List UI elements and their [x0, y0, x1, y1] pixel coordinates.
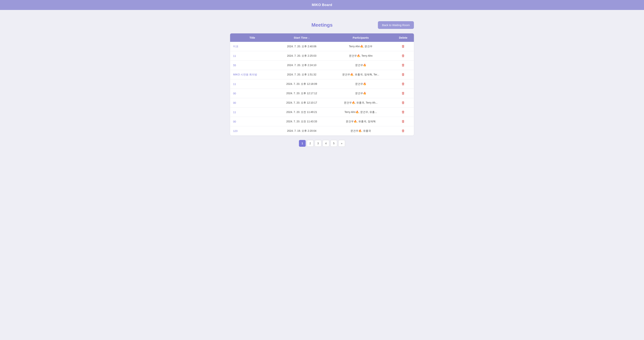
delete-cell: 🗑: [392, 51, 414, 61]
table-row: 002024. 7. 20. 오전 11:43:33문건우🔥, 유홍국, 정재혁…: [230, 117, 414, 126]
top-bar: MIKO Board: [0, 0, 644, 10]
meeting-start-time: 2024. 7. 20. 오후 12:18:09: [274, 79, 329, 89]
meeting-title-cell[interactable]: 11: [230, 51, 274, 61]
meeting-participants: Terry Ahn🔥, 문건우: [329, 42, 392, 51]
meeting-start-time: 2024. 7. 20. 오전 11:49:21: [274, 108, 329, 117]
meeting-start-time: 2024. 7. 20. 오후 2:25:03: [274, 51, 329, 61]
meeting-participants: 문건우🔥: [329, 89, 392, 98]
meeting-start-time: 2024. 7. 20. 오후 12:17:12: [274, 89, 329, 98]
delete-cell: 🗑: [392, 89, 414, 98]
delete-cell: 🗑: [392, 117, 414, 126]
app-title: MIKO Board: [312, 3, 332, 7]
meeting-participants: 문건우🔥: [329, 61, 392, 70]
table-row: 002024. 7. 20. 오후 12:10:17문건우🔥, 유홍국, Ter…: [230, 98, 414, 108]
delete-button[interactable]: 🗑: [402, 45, 405, 48]
back-to-waiting-room-button[interactable]: Back to Waiting Room: [378, 21, 414, 29]
delete-cell: 🗑: [392, 98, 414, 108]
delete-button[interactable]: 🗑: [402, 120, 405, 123]
col-participants: Participants: [329, 34, 392, 42]
delete-cell: 🗑: [392, 70, 414, 79]
meeting-start-time: 2024. 7. 19. 오후 2:20:04: [274, 126, 329, 136]
meeting-title-cell[interactable]: 55: [230, 61, 274, 70]
meeting-title-cell[interactable]: 123: [230, 126, 274, 136]
col-delete: Delete: [392, 34, 414, 42]
table-row: 002024. 7. 20. 오후 12:17:12문건우🔥🗑: [230, 89, 414, 98]
meeting-start-time: 2024. 7. 20. 오후 2:40:06: [274, 42, 329, 51]
meeting-title-cell[interactable]: MIKO 시연용 회의방: [230, 70, 274, 79]
page-title: Meetings: [292, 22, 353, 28]
table-header: Title Start Time ↓ Participants Delete: [230, 34, 414, 42]
meeting-title-cell[interactable]: 11: [230, 79, 274, 89]
meeting-participants: 문건우🔥, 유홍국, Terry Ah...: [329, 98, 392, 108]
meeting-start-time: 2024. 7. 20. 오후 2:24:10: [274, 61, 329, 70]
delete-button[interactable]: 🗑: [402, 129, 405, 133]
delete-button[interactable]: 🗑: [402, 73, 405, 76]
page-content: Meetings Back to Waiting Room Title Star…: [226, 10, 418, 154]
delete-cell: 🗑: [392, 42, 414, 51]
table-row: 112024. 7. 20. 오전 11:49:21Terry Ahn🔥, 문건…: [230, 108, 414, 117]
table-row: 1232024. 7. 19. 오후 2:20:04문건우🔥, 유홍국🗑: [230, 126, 414, 136]
meeting-title-cell[interactable]: 00: [230, 98, 274, 108]
page-header: Meetings Back to Waiting Room: [230, 21, 414, 29]
pagination-page-1[interactable]: 1: [299, 140, 306, 147]
meeting-participants: Terry Ahn🔥, 문건우, 유홍...: [329, 108, 392, 117]
delete-button[interactable]: 🗑: [402, 82, 405, 86]
delete-button[interactable]: 🗑: [402, 101, 405, 105]
delete-button[interactable]: 🗑: [402, 63, 405, 67]
meeting-participants: 문건우🔥, 유홍국, 정재혁, Ter...: [329, 70, 392, 79]
meeting-title-cell[interactable]: 00: [230, 89, 274, 98]
meeting-participants: 문건우🔥, 유홍국, 정재혁: [329, 117, 392, 126]
meeting-participants: 문건우🔥, Terry Ahn: [329, 51, 392, 61]
pagination-next[interactable]: »: [338, 140, 345, 147]
delete-cell: 🗑: [392, 126, 414, 136]
meeting-title-cell[interactable]: 11: [230, 108, 274, 117]
delete-button[interactable]: 🗑: [402, 54, 405, 58]
meetings-table: Title Start Time ↓ Participants Delete 미…: [230, 34, 414, 136]
meeting-start-time: 2024. 7. 20. 오전 11:43:33: [274, 117, 329, 126]
meeting-participants: 문건우🔥, 유홍국: [329, 126, 392, 136]
meeting-title-cell[interactable]: 미코: [230, 42, 274, 51]
pagination-page-3[interactable]: 3: [315, 140, 322, 147]
delete-cell: 🗑: [392, 61, 414, 70]
meeting-title-cell[interactable]: 00: [230, 117, 274, 126]
pagination-page-4[interactable]: 4: [322, 140, 329, 147]
pagination-page-2[interactable]: 2: [307, 140, 314, 147]
delete-button[interactable]: 🗑: [402, 91, 405, 95]
meeting-start-time: 2024. 7. 20. 오후 1:51:32: [274, 70, 329, 79]
pagination-page-5[interactable]: 5: [330, 140, 337, 147]
table-row: 112024. 7. 20. 오후 12:18:09문건우🔥🗑: [230, 79, 414, 89]
table-row: 552024. 7. 20. 오후 2:24:10문건우🔥🗑: [230, 61, 414, 70]
delete-button[interactable]: 🗑: [402, 110, 405, 114]
col-start-time: Start Time ↓: [274, 34, 329, 42]
col-title: Title: [230, 34, 274, 42]
meeting-start-time: 2024. 7. 20. 오후 12:10:17: [274, 98, 329, 108]
meeting-participants: 문건우🔥: [329, 79, 392, 89]
pagination: 12345»: [230, 140, 414, 147]
delete-cell: 🗑: [392, 108, 414, 117]
delete-cell: 🗑: [392, 79, 414, 89]
table-row: MIKO 시연용 회의방2024. 7. 20. 오후 1:51:32문건우🔥,…: [230, 70, 414, 79]
table-body: 미코2024. 7. 20. 오후 2:40:06Terry Ahn🔥, 문건우…: [230, 42, 414, 136]
table-row: 112024. 7. 20. 오후 2:25:03문건우🔥, Terry Ahn…: [230, 51, 414, 61]
table-row: 미코2024. 7. 20. 오후 2:40:06Terry Ahn🔥, 문건우…: [230, 42, 414, 51]
